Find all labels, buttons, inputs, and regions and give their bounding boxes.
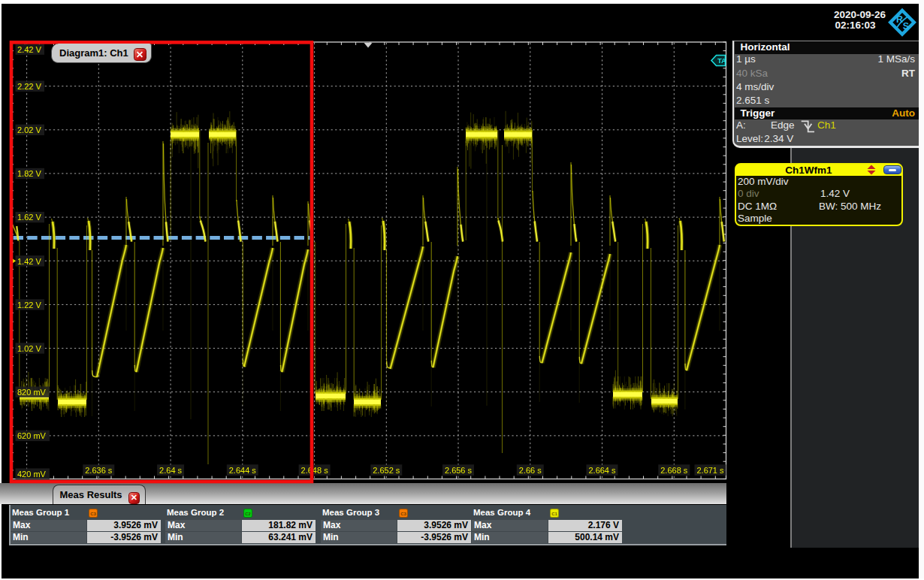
svg-text:820 mV: 820 mV [17,388,47,397]
svg-text:2.66 s: 2.66 s [519,466,542,475]
svg-text:2.644 s: 2.644 s [229,466,257,475]
svg-text:2.671 s: 2.671 s [696,466,724,475]
svg-text:2.636 s: 2.636 s [85,466,113,475]
svg-text:1.22 V: 1.22 V [17,301,41,310]
svg-text:2.664 s: 2.664 s [588,466,616,475]
svg-text:1.02 V: 1.02 V [17,344,41,353]
svg-text:2.42 V: 2.42 V [17,45,41,54]
svg-text:2.64 s: 2.64 s [159,466,182,475]
svg-text:2.648 s: 2.648 s [301,466,329,475]
svg-text:620 mV: 620 mV [17,431,47,440]
svg-text:1.62 V: 1.62 V [17,213,41,222]
svg-text:2.668 s: 2.668 s [660,466,688,475]
svg-text:TA: TA [717,56,726,65]
svg-text:1.82 V: 1.82 V [17,169,41,178]
svg-text:2.656 s: 2.656 s [445,466,473,475]
svg-text:2.22 V: 2.22 V [17,82,41,91]
svg-text:2.652 s: 2.652 s [373,466,400,475]
svg-text:2.02 V: 2.02 V [17,125,41,134]
svg-text:1.42 V: 1.42 V [17,257,41,266]
svg-text:420 mV: 420 mV [17,470,47,479]
